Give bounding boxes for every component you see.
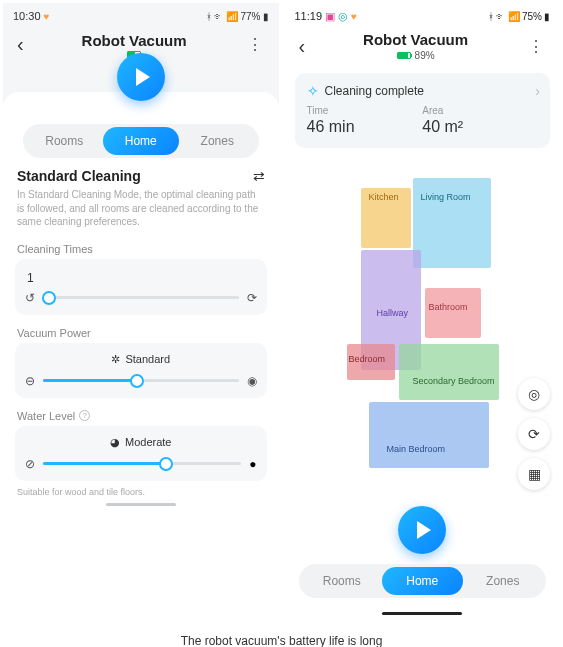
- area-value: 40 m²: [422, 118, 538, 136]
- vacuum-power-card: ✲ Standard ⊖ ◉: [15, 343, 267, 398]
- device-battery-icon: [397, 52, 411, 59]
- water-level-hint: Suitable for wood and tile floors.: [17, 487, 265, 497]
- swap-icon[interactable]: ⇄: [253, 168, 265, 184]
- status-bar: 10:30 ♥ ᚼ ᯤ 📶 77% ▮: [3, 3, 279, 25]
- battery-icon: ▮: [544, 11, 550, 22]
- phone-right: 11:19 ▣ ◎ ♥ ᚼ ᯤ 📶 75% ▮ ‹ Robot Vacuum 8…: [285, 3, 561, 619]
- repeat-max-icon: ⟳: [247, 291, 257, 305]
- wifi-icon: ᯤ: [214, 11, 224, 22]
- signal-icon: 📶: [508, 11, 520, 22]
- status-card[interactable]: ✧ Cleaning complete › Time 46 min Area 4…: [295, 73, 551, 148]
- water-level-slider[interactable]: [43, 462, 241, 465]
- floor-map[interactable]: Kitchen Living Room Hallway Bathroom Bed…: [291, 148, 555, 564]
- image-caption: The robot vacuum's battery life is long: [0, 622, 563, 647]
- page-title: Robot Vacuum: [28, 32, 241, 49]
- tab-rooms[interactable]: Rooms: [26, 127, 103, 155]
- cleaning-times-label: Cleaning Times: [17, 243, 265, 255]
- tab-home[interactable]: Home: [103, 127, 180, 155]
- segmented-tabs: Rooms Home Zones: [23, 124, 259, 158]
- status-time: 11:19: [295, 10, 323, 22]
- power-min-icon: ⊖: [25, 374, 35, 388]
- chevron-right-icon: ›: [535, 83, 540, 99]
- room-bath: Bathroom: [429, 302, 468, 312]
- play-button[interactable]: [117, 53, 165, 101]
- header: ‹ Robot Vacuum 89% ⋮: [285, 25, 561, 69]
- more-button[interactable]: ⋮: [241, 33, 269, 56]
- room-living: Living Room: [421, 192, 471, 202]
- cleaning-times-card: 1 ↺ ⟳: [15, 259, 267, 315]
- tab-rooms[interactable]: Rooms: [302, 567, 383, 595]
- sheet-handle[interactable]: [106, 503, 176, 506]
- settings-icon: ◎: [338, 10, 348, 23]
- mode-title: Standard Cleaning: [17, 168, 141, 184]
- repeat-min-icon: ↺: [25, 291, 35, 305]
- room-mainbed: Main Bedroom: [387, 444, 446, 454]
- fan-icon: ✲: [111, 353, 120, 366]
- cleaning-times-slider[interactable]: [43, 296, 239, 299]
- water-level-setting: Moderate: [125, 436, 171, 448]
- locate-button[interactable]: ◎: [518, 378, 550, 410]
- tab-home[interactable]: Home: [382, 567, 463, 595]
- time-label: Time: [307, 105, 423, 116]
- vacuum-power-setting: Standard: [125, 353, 170, 365]
- wifi-icon: ᯤ: [496, 11, 506, 22]
- drop-icon: ◕: [110, 436, 120, 449]
- help-icon[interactable]: ?: [79, 410, 90, 421]
- nav-handle: [382, 612, 462, 615]
- heart-icon: ♥: [351, 11, 357, 22]
- more-button[interactable]: ⋮: [522, 35, 550, 58]
- room-kitchen: Kitchen: [369, 192, 399, 202]
- tab-zones[interactable]: Zones: [463, 567, 544, 595]
- signal-icon: 📶: [226, 11, 238, 22]
- back-button[interactable]: ‹: [295, 33, 310, 60]
- tab-zones[interactable]: Zones: [179, 127, 256, 155]
- water-level-label: Water Level ?: [17, 410, 265, 422]
- room-secbed: Secondary Bedroom: [413, 376, 495, 386]
- room-bed: Bedroom: [349, 354, 386, 364]
- water-level-card: ◕ Moderate ⊘ ●: [15, 426, 267, 481]
- cleaning-state: Cleaning complete: [325, 84, 424, 98]
- status-battery: 77%: [240, 11, 260, 22]
- time-value: 46 min: [307, 118, 423, 136]
- water-off-icon: ⊘: [25, 457, 35, 471]
- room-hallway: Hallway: [377, 308, 409, 318]
- refresh-map-button[interactable]: ⟳: [518, 418, 550, 450]
- area-label: Area: [422, 105, 538, 116]
- bluetooth-icon: ᚼ: [488, 11, 494, 22]
- vacuum-power-slider[interactable]: [43, 379, 239, 382]
- turbo-icon: ◉: [247, 374, 257, 388]
- filter-button[interactable]: ▦: [518, 458, 550, 490]
- status-time: 10:30: [13, 10, 41, 22]
- mode-description: In Standard Cleaning Mode, the optimal c…: [17, 188, 265, 229]
- status-battery: 75%: [522, 11, 542, 22]
- segmented-tabs: Rooms Home Zones: [299, 564, 547, 598]
- gallery-icon: ▣: [325, 10, 335, 23]
- water-max-icon: ●: [249, 457, 256, 471]
- vacuum-power-label: Vacuum Power: [17, 327, 265, 339]
- page-title: Robot Vacuum: [309, 31, 522, 48]
- bluetooth-icon: ᚼ: [206, 11, 212, 22]
- cleaning-times-value: 1: [25, 269, 257, 291]
- back-button[interactable]: ‹: [13, 31, 28, 58]
- play-button[interactable]: [398, 506, 446, 554]
- battery-icon: ▮: [263, 11, 269, 22]
- heart-icon: ♥: [44, 11, 50, 22]
- phone-left: 10:30 ♥ ᚼ ᯤ 📶 77% ▮ ‹ Robot Vacuum ⋮: [3, 3, 279, 619]
- status-bar: 11:19 ▣ ◎ ♥ ᚼ ᯤ 📶 75% ▮: [285, 3, 561, 25]
- settings-sheet: Rooms Home Zones Standard Cleaning ⇄ In …: [3, 92, 279, 619]
- device-battery-value: 89%: [415, 50, 435, 61]
- broom-icon: ✧: [307, 83, 319, 99]
